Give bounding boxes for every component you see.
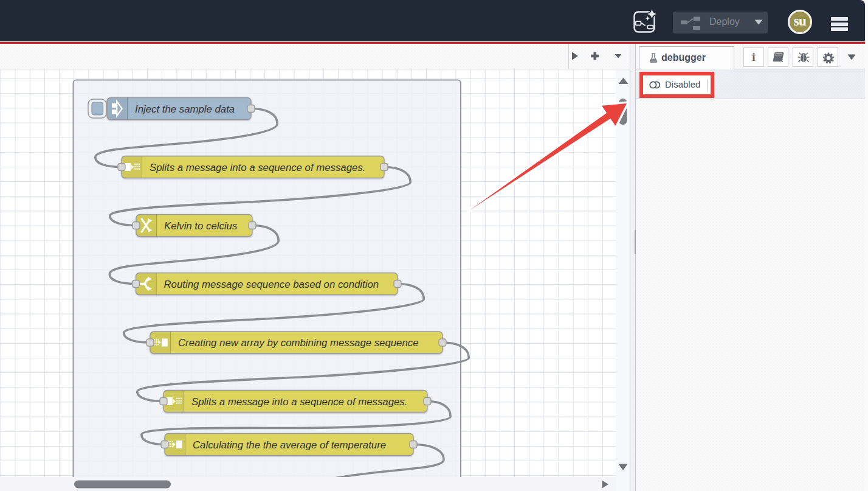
svg-text:Routing message sequence based: Routing message sequence based on condit… [164,279,379,290]
svg-text:Creating new array by combinin: Creating new array by combining message … [178,337,419,349]
svg-text:Kelvin to celcius: Kelvin to celcius [164,220,238,232]
svg-text:i: i [752,52,755,63]
svg-text:Inject the sample data: Inject the sample data [135,103,235,115]
svg-text:Splits a message into a sequen: Splits a message into a sequence of mess… [150,162,365,173]
svg-text:Calculating the the average of: Calculating the the average of temperatu… [193,439,386,451]
svg-text:Splits a message into a sequen: Splits a message into a sequence of mess… [191,396,407,408]
